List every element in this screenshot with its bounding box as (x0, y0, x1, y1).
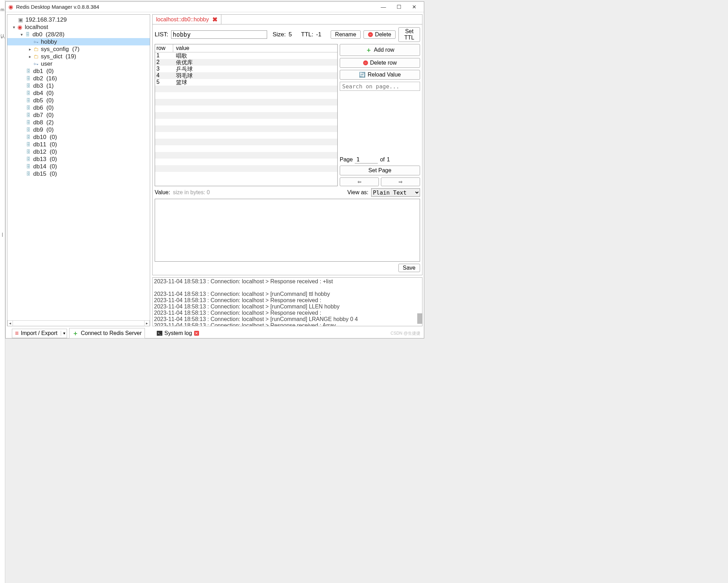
tree-db4[interactable]: 🗄 db4 (0) (7, 89, 150, 97)
tree-db9[interactable]: 🗄 db9 (0) (7, 126, 150, 133)
chevron-right-icon[interactable]: ▸ (28, 47, 32, 52)
close-log-icon[interactable]: ✕ (194, 331, 199, 336)
search-input[interactable] (340, 82, 420, 91)
tree-key-sys_dict[interactable]: ▸🗀sys_dict (19) (7, 53, 150, 60)
table-row[interactable] (155, 165, 337, 172)
terminal-icon: >_ (157, 331, 162, 336)
tree-server-ip[interactable]: ▣ 192.168.37.129 (7, 16, 150, 23)
log-line: 2023-11-04 18:58:13 : Connection: localh… (154, 278, 421, 285)
table-row[interactable]: 3乒乓球 (155, 66, 337, 72)
tree-db5[interactable]: 🗄 db5 (0) (7, 97, 150, 104)
table-row[interactable] (155, 105, 337, 112)
delete-icon: − (363, 60, 368, 65)
key-name-input[interactable] (171, 30, 267, 39)
log-line: 2023-11-04 18:58:13 : Connection: localh… (154, 297, 421, 304)
table-row[interactable]: 2依优库 (155, 59, 337, 66)
tree-db2[interactable]: 🗄 db2 (16) (7, 75, 150, 82)
delete-key-button[interactable]: −Delete (363, 30, 396, 39)
log-panel[interactable]: 2023-11-04 18:58:13 : Connection: localh… (152, 277, 422, 326)
table-row[interactable]: 4羽毛球 (155, 72, 337, 79)
chevron-right-icon[interactable]: ▸ (28, 54, 32, 59)
tree-db0[interactable]: ▾ 🗄 db0 (28/28) (7, 31, 150, 38)
close-button[interactable]: ✕ (406, 2, 422, 12)
tree-db11[interactable]: 🗄 db11 (0) (7, 141, 150, 148)
table-row[interactable] (155, 139, 337, 145)
tree-key-hobby[interactable]: 🗝hobby (7, 38, 150, 45)
chevron-down-icon[interactable]: ▾ (12, 25, 16, 30)
table-row[interactable] (155, 145, 337, 152)
table-row[interactable] (155, 172, 337, 178)
database-icon: 🗄 (25, 149, 32, 155)
folder-icon: 🗀 (32, 53, 39, 60)
titlebar[interactable]: ◉ Redis Desktop Manager v.0.8.8.384 — ☐ … (6, 2, 424, 12)
table-row[interactable] (155, 119, 337, 125)
import-export-button[interactable]: ≡ Import / Export ▾ (12, 329, 67, 338)
value-size: size in bytes: 0 (173, 189, 210, 196)
connection-tree[interactable]: ▣ 192.168.37.129 ▾ ◉ localhost ▾ 🗄 db0 (… (7, 15, 150, 320)
chevron-down-icon[interactable]: ▾ (19, 32, 24, 37)
table-row[interactable] (155, 86, 337, 92)
system-log-button[interactable]: >_ System log ✕ (154, 329, 202, 337)
tree-connection[interactable]: ▾ ◉ localhost (7, 23, 150, 31)
tree-db12[interactable]: 🗄 db12 (0) (7, 148, 150, 155)
tree-db8[interactable]: 🗄 db8 (2) (7, 119, 150, 126)
table-row[interactable] (155, 152, 337, 159)
value-grid[interactable]: row value 1唱歌2依优库3乒乓球4羽毛球5篮球 (155, 44, 338, 186)
table-row[interactable] (155, 112, 337, 119)
tree-db1[interactable]: 🗄 db1 (0) (7, 67, 150, 75)
table-row[interactable]: 5篮球 (155, 79, 337, 86)
minimize-button[interactable]: — (376, 2, 391, 12)
tree-db7[interactable]: 🗄 db7 (0) (7, 111, 150, 119)
tree-key-sys_config[interactable]: ▸🗀sys_config (7) (7, 45, 150, 53)
scroll-left-icon[interactable]: ◂ (7, 321, 13, 326)
tree-db15[interactable]: 🗄 db15 (0) (7, 170, 150, 177)
viewas-select[interactable]: Plain Text (371, 188, 420, 197)
next-page-button[interactable]: ⇨ (381, 177, 420, 186)
col-row[interactable]: row (155, 44, 173, 52)
database-icon: 🗄 (25, 90, 32, 96)
tree-key-user[interactable]: 🗝user (7, 60, 150, 67)
reload-value-button[interactable]: 🔄Reload Value (340, 70, 420, 80)
maximize-button[interactable]: ☐ (391, 2, 406, 12)
log-scrollbar-thumb[interactable] (417, 313, 422, 324)
key-icon: 🗝 (32, 39, 39, 45)
tab-label: localhost::db0::hobby (156, 16, 209, 23)
database-icon: 🗄 (25, 127, 32, 133)
value-editor[interactable] (155, 199, 420, 262)
tree-db6[interactable]: 🗄 db6 (0) (7, 104, 150, 111)
ttl-label: TTL: (301, 31, 313, 38)
table-row[interactable]: 1唱歌 (155, 52, 337, 59)
scroll-right-icon[interactable]: ▸ (144, 321, 150, 326)
set-page-button[interactable]: Set Page (340, 166, 420, 175)
table-row[interactable] (155, 125, 337, 132)
table-row[interactable] (155, 132, 337, 139)
set-ttl-button[interactable]: Set TTL (398, 27, 420, 42)
server-icon: ▣ (17, 17, 24, 23)
log-line: 2023-11-04 18:58:13 : Connection: localh… (154, 322, 421, 326)
prev-page-button[interactable]: ⇦ (340, 177, 379, 186)
redis-icon: ◉ (16, 24, 23, 30)
delete-row-button[interactable]: −Delete row (340, 58, 420, 68)
col-value[interactable]: value (173, 44, 337, 52)
tab-strip: localhost::db0::hobby ✖ (152, 14, 422, 24)
value-label: Value: (155, 189, 170, 196)
save-button[interactable]: Save (398, 264, 420, 272)
table-row[interactable] (155, 99, 337, 105)
dropdown-icon[interactable]: ▾ (61, 331, 65, 336)
database-icon: 🗄 (25, 68, 32, 74)
tab-key[interactable]: localhost::db0::hobby ✖ (153, 15, 221, 24)
table-row[interactable] (155, 92, 337, 99)
tree-db13[interactable]: 🗄 db13 (0) (7, 155, 150, 163)
window-title: Redis Desktop Manager v.0.8.8.384 (16, 4, 376, 10)
rename-button[interactable]: Rename (331, 30, 361, 39)
page-input[interactable] (355, 156, 378, 163)
connect-button[interactable]: ＋ Connect to Redis Server (69, 328, 145, 338)
tree-hscrollbar[interactable]: ◂ ▸ (7, 320, 150, 326)
tree-db3[interactable]: 🗄 db3 (1) (7, 82, 150, 89)
tree-db14[interactable]: 🗄 db14 (0) (7, 163, 150, 170)
tree-db10[interactable]: 🗄 db10 (0) (7, 133, 150, 141)
table-row[interactable] (155, 159, 337, 165)
database-icon: 🗄 (25, 119, 32, 126)
close-tab-icon[interactable]: ✖ (212, 16, 218, 23)
add-row-button[interactable]: ＋Add row (340, 44, 420, 56)
